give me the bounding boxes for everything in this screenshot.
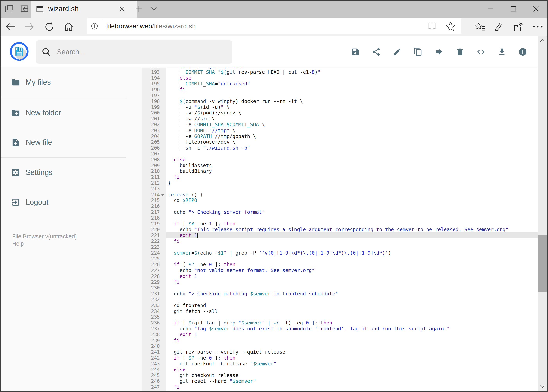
scrollbar-thumb[interactable]	[538, 235, 547, 292]
url-text[interactable]: filebrowser.web/files/wizard.sh	[106, 22, 196, 30]
code-token	[168, 320, 174, 326]
code-token: =	[215, 69, 218, 75]
file-browser-logo[interactable]	[10, 42, 28, 62]
code-token: COMMIT_SHA	[186, 81, 215, 86]
scroll-up-button[interactable]	[538, 36, 547, 45]
address-bar[interactable]: filebrowser.web/files/wizard.sh	[87, 18, 461, 34]
home-button[interactable]	[61, 18, 76, 36]
line-number: 196	[142, 87, 166, 93]
back-button[interactable]	[3, 18, 18, 36]
code-token: 0	[209, 262, 212, 267]
code-token: \	[259, 122, 265, 127]
code-token: |[	[356, 250, 362, 256]
code-token: =//tmp/gopath \	[212, 133, 256, 139]
code-token: exit	[180, 232, 191, 238]
code-token	[168, 326, 180, 331]
download-button[interactable]	[497, 47, 506, 56]
save-button[interactable]	[351, 47, 360, 56]
code-token: [	[180, 221, 188, 227]
code-token: "untracked"	[218, 81, 250, 86]
line-number: 244	[142, 367, 166, 373]
tab-close-button[interactable]	[115, 6, 129, 12]
code-token	[168, 209, 174, 215]
scroll-down-button[interactable]	[538, 382, 547, 391]
hub-favorites-button[interactable]	[472, 18, 489, 36]
code-token: then	[232, 68, 244, 69]
code-token: if	[180, 68, 186, 69]
move-button[interactable]	[435, 47, 444, 56]
code-token: $REPO	[182, 197, 197, 203]
url-path: /files/wizard.sh	[152, 22, 196, 30]
close-window-button[interactable]	[525, 0, 547, 18]
maximize-button[interactable]	[502, 0, 525, 18]
code-line	[166, 93, 538, 98]
page-scrollbar[interactable]	[538, 36, 547, 391]
code-line	[166, 244, 538, 250]
code-token: fi	[174, 238, 180, 244]
set-tabs-aside-button[interactable]	[2, 0, 16, 18]
code-line: if [ $? -ne 0 ]; then	[166, 355, 538, 361]
code-token	[168, 81, 186, 86]
sidebar-divider	[1, 157, 126, 158]
code-line	[166, 186, 538, 192]
show-tab-previews-button[interactable]	[148, 0, 160, 18]
code-token: HOME	[194, 128, 206, 133]
code-token: cd	[174, 302, 180, 308]
code-token: echo	[180, 326, 191, 331]
rename-button[interactable]	[393, 47, 402, 56]
code-line	[166, 151, 538, 157]
site-info-icon[interactable]	[90, 22, 98, 30]
window-frame-border	[547, 0, 548, 392]
help-link[interactable]: Help	[12, 240, 77, 247]
sidebar: My filesNew folderNew fileSettingsLogout…	[0, 68, 142, 391]
line-number: 207	[142, 151, 166, 157]
share-button[interactable]	[509, 18, 526, 36]
code-token	[186, 209, 188, 215]
favorite-star-icon[interactable]	[446, 21, 456, 31]
code-line	[166, 314, 538, 320]
tabs-youve-set-aside-button[interactable]	[18, 0, 31, 18]
raw-view-button[interactable]	[476, 47, 486, 56]
code-token: echo	[174, 291, 186, 296]
active-tab[interactable]: wizard.sh	[31, 0, 137, 18]
url-domain: filebrowser.web	[106, 22, 152, 30]
sidebar-item-new-folder[interactable]: New folder	[0, 104, 126, 122]
search-box[interactable]: Search...	[36, 40, 232, 64]
sidebar-item-logout[interactable]: Logout	[0, 193, 126, 211]
code-editor[interactable]: 192 if [ -d ".git" ]; then193 COMMIT_SHA…	[142, 68, 538, 391]
code-token	[168, 98, 180, 104]
line-number: 199	[142, 104, 166, 110]
code-token	[168, 349, 174, 355]
minimize-button[interactable]	[479, 0, 502, 18]
code-line: fi	[166, 384, 538, 390]
code-token: 1	[279, 250, 282, 256]
line-number: 192	[142, 68, 166, 69]
sidebar-item-settings[interactable]: Settings	[0, 163, 126, 182]
line-number: 217	[142, 209, 166, 215]
scroll-up-chevron-icon	[538, 36, 547, 45]
code-line: else	[166, 367, 538, 373]
code-token: if	[174, 221, 180, 227]
sidebar-item-new-file[interactable]: New file	[0, 133, 126, 151]
code-line: git checkout -b release "$semver"	[166, 361, 538, 367]
code-token: "./wizard.sh -b"	[203, 145, 250, 151]
more-actions-button[interactable]	[529, 18, 546, 36]
sidebar-item-my-files[interactable]: My files	[0, 73, 126, 91]
copy-button[interactable]	[414, 47, 423, 56]
share-file-button[interactable]	[372, 47, 381, 56]
ink-workspace-button[interactable]	[490, 18, 507, 36]
fold-marker-icon[interactable]	[161, 192, 164, 198]
forward-button[interactable]	[21, 18, 37, 36]
file-info-button[interactable]	[518, 47, 527, 56]
code-token: [ -d	[186, 68, 203, 69]
code-line: -e HOME="//tmp" \	[166, 128, 538, 133]
code-token	[168, 250, 174, 256]
address-separator	[102, 20, 102, 33]
line-number: 200	[142, 110, 166, 116]
new-tab-button[interactable]	[133, 0, 144, 18]
code-token: 1	[209, 221, 212, 227]
delete-button[interactable]	[456, 47, 465, 56]
code-token	[191, 332, 194, 337]
code-line: if [ $? -ne 0 ]; then	[166, 262, 538, 267]
refresh-button[interactable]	[42, 18, 57, 36]
